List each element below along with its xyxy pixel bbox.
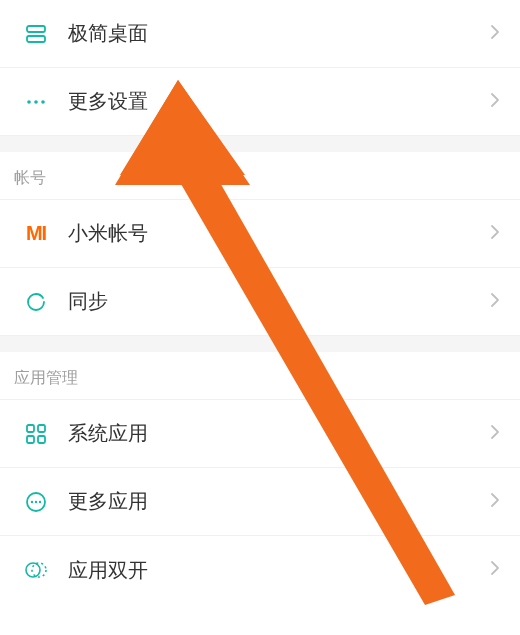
more-dots-icon: [14, 90, 58, 114]
simple-desktop-icon: [14, 22, 58, 46]
settings-item-sync[interactable]: 同步: [0, 268, 520, 336]
item-label: 极简桌面: [58, 20, 490, 47]
settings-item-dual-apps[interactable]: 应用双开: [0, 536, 520, 604]
chevron-right-icon: [490, 24, 500, 44]
svg-rect-8: [38, 436, 45, 443]
item-label: 更多应用: [58, 488, 490, 515]
settings-item-system-apps[interactable]: 系统应用: [0, 400, 520, 468]
svg-point-2: [27, 100, 31, 104]
chevron-right-icon: [490, 492, 500, 512]
settings-item-xiaomi-account[interactable]: MI 小米帐号: [0, 200, 520, 268]
chevron-right-icon: [490, 92, 500, 112]
chevron-right-icon: [490, 292, 500, 312]
chevron-right-icon: [490, 424, 500, 444]
settings-item-simple-desktop[interactable]: 极简桌面: [0, 0, 520, 68]
item-label: 更多设置: [58, 88, 490, 115]
svg-rect-6: [38, 425, 45, 432]
dual-apps-icon: [14, 558, 58, 582]
chevron-right-icon: [490, 560, 500, 580]
section-divider: [0, 336, 520, 352]
svg-rect-1: [27, 36, 45, 42]
item-label: 小米帐号: [58, 220, 490, 247]
sync-icon: [14, 290, 58, 314]
svg-point-10: [31, 500, 33, 502]
svg-point-11: [35, 500, 37, 502]
item-label: 系统应用: [58, 420, 490, 447]
item-label: 同步: [58, 288, 490, 315]
apps-grid-icon: [14, 422, 58, 446]
section-divider: [0, 136, 520, 152]
chevron-right-icon: [490, 224, 500, 244]
more-apps-icon: [14, 490, 58, 514]
svg-point-4: [41, 100, 45, 104]
settings-item-more-settings[interactable]: 更多设置: [0, 68, 520, 136]
svg-rect-5: [27, 425, 34, 432]
settings-list: 极简桌面 更多设置 帐号 MI 小米帐号: [0, 0, 520, 604]
section-header-app-management: 应用管理: [0, 352, 520, 400]
settings-item-more-apps[interactable]: 更多应用: [0, 468, 520, 536]
mi-logo-icon: MI: [14, 222, 58, 245]
section-header-account: 帐号: [0, 152, 520, 200]
svg-rect-0: [27, 26, 45, 32]
svg-rect-7: [27, 436, 34, 443]
item-label: 应用双开: [58, 557, 490, 584]
svg-point-3: [34, 100, 38, 104]
svg-point-12: [39, 500, 41, 502]
